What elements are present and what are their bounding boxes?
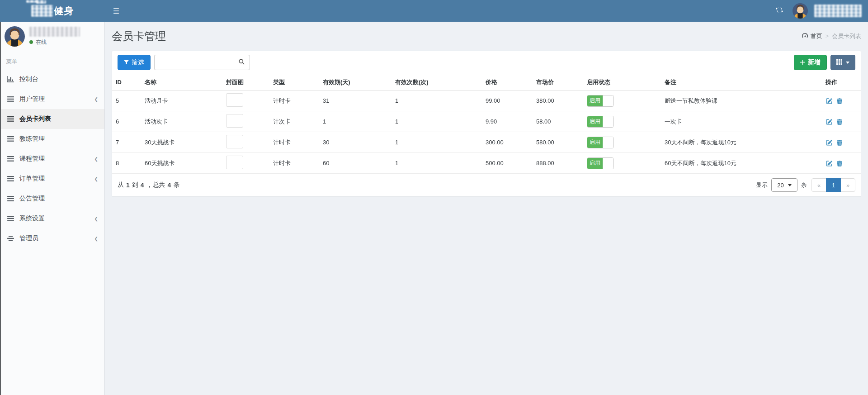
status-toggle[interactable]: 启用 bbox=[587, 157, 614, 169]
sidebar-item-console[interactable]: 控制台 bbox=[0, 69, 104, 89]
header-type: 类型 bbox=[269, 74, 319, 90]
sidebar-item-coach-management[interactable]: 教练管理 bbox=[0, 129, 104, 149]
add-button[interactable]: 新增 bbox=[794, 55, 827, 70]
cover-image[interactable] bbox=[226, 156, 243, 169]
cell-times: 1 bbox=[392, 90, 482, 111]
member-card-table: ID 名称 封面图 类型 有效期(天) 有效次数(次) 价格 市场价 启用状态 … bbox=[112, 74, 861, 174]
online-status-label: 在线 bbox=[36, 38, 47, 46]
table-footer: 从 1 到 4 ，总共 4 条 显示 20 bbox=[112, 174, 861, 196]
summary-text: 从 bbox=[118, 181, 124, 189]
chevron-left-icon: ❮ bbox=[94, 157, 98, 162]
summary-text: 到 bbox=[132, 181, 138, 189]
status-toggle-label: 启用 bbox=[587, 137, 603, 148]
cell-days: 31 bbox=[319, 90, 392, 111]
sidebar-item-label: 系统设置 bbox=[19, 214, 45, 223]
plus-icon bbox=[800, 59, 805, 66]
list-icon bbox=[6, 136, 14, 142]
user-avatar[interactable] bbox=[793, 3, 808, 19]
search-input[interactable] bbox=[154, 55, 233, 70]
table-grid-icon bbox=[836, 59, 842, 66]
toggle-knob bbox=[603, 95, 613, 106]
summary-text: 条 bbox=[173, 181, 179, 189]
sidebar-toggle-button[interactable]: ☰ bbox=[105, 0, 127, 22]
delete-button[interactable] bbox=[835, 138, 844, 147]
status-toggle[interactable]: 启用 bbox=[587, 95, 614, 107]
sidebar-item-member-card-list[interactable]: 会员卡列表 bbox=[0, 109, 104, 129]
header-days: 有效期(天) bbox=[319, 74, 392, 90]
header-price: 价格 bbox=[482, 74, 533, 90]
status-toggle[interactable]: 启用 bbox=[587, 116, 614, 128]
page-size-select[interactable]: 20 bbox=[771, 178, 797, 192]
cell-times: 1 bbox=[392, 153, 482, 174]
sidebar-item-label: 会员卡列表 bbox=[19, 115, 51, 123]
chevron-left-icon: ❮ bbox=[94, 236, 98, 241]
sidebar-item-announcement-management[interactable]: 公告管理 bbox=[0, 189, 104, 209]
cell-market: 580.00 bbox=[533, 132, 583, 153]
table-row: 7 30天挑战卡 计时卡 30 1 300.00 580.00 启用 30天不间… bbox=[112, 132, 861, 153]
breadcrumb-home-link[interactable]: 首页 bbox=[802, 32, 822, 40]
delete-button[interactable] bbox=[835, 118, 844, 126]
chevron-left-icon: ❮ bbox=[94, 97, 98, 102]
redacted-username[interactable] bbox=[814, 5, 862, 17]
sidebar-item-user-management[interactable]: 用户管理 ❮ bbox=[0, 89, 104, 109]
cover-image[interactable] bbox=[226, 114, 243, 128]
search-group bbox=[154, 55, 250, 70]
sidebar-item-course-management[interactable]: 课程管理 ❮ bbox=[0, 149, 104, 169]
summary-total: 4 bbox=[168, 181, 171, 189]
sidebar-item-label: 课程管理 bbox=[19, 155, 45, 163]
columns-dropdown-button[interactable] bbox=[830, 55, 855, 70]
sidebar-item-label: 订单管理 bbox=[19, 175, 45, 183]
funnel-icon bbox=[124, 59, 129, 66]
filter-button[interactable]: 筛选 bbox=[118, 55, 151, 70]
list-icon bbox=[6, 116, 14, 122]
member-card-panel: 筛选 bbox=[112, 51, 861, 197]
refresh-button[interactable] bbox=[773, 0, 786, 22]
cell-remark: 赠送一节私教体验课 bbox=[661, 90, 822, 111]
sidebar-item-label: 教练管理 bbox=[19, 135, 45, 143]
toggle-knob bbox=[603, 116, 613, 127]
sidebar-menu: 控制台 用户管理 ❮ 会员卡列表 教练管理 bbox=[0, 69, 104, 248]
delete-button[interactable] bbox=[835, 159, 844, 167]
edit-button[interactable] bbox=[826, 138, 834, 147]
caret-down-icon bbox=[788, 184, 792, 186]
sidebar-item-order-management[interactable]: 订单管理 ❮ bbox=[0, 169, 104, 189]
pagination-prev[interactable]: « bbox=[811, 178, 826, 192]
cell-type: 计时卡 bbox=[269, 132, 319, 153]
header-times: 有效次数(次) bbox=[392, 74, 482, 90]
breadcrumb-home-label: 首页 bbox=[811, 32, 822, 40]
display-label: 显示 bbox=[756, 181, 768, 189]
main-content: 会员卡管理 首页 > 会员卡列表 bbox=[105, 22, 868, 395]
redacted-sidebar-username bbox=[29, 27, 80, 37]
cell-name: 30天挑战卡 bbox=[141, 132, 222, 153]
cell-market: 888.00 bbox=[533, 153, 583, 174]
sidebar-item-system-settings[interactable]: 系统设置 ❮ bbox=[0, 209, 104, 228]
cell-days: 30 bbox=[319, 132, 392, 153]
pagination-next[interactable]: » bbox=[840, 178, 855, 192]
brand-logo[interactable]: 健身 bbox=[0, 0, 105, 22]
delete-button[interactable] bbox=[835, 97, 844, 105]
pagination-page-1[interactable]: 1 bbox=[826, 178, 841, 192]
online-status: 在线 bbox=[29, 38, 80, 46]
bar-chart-icon bbox=[6, 76, 14, 82]
table-row: 5 活动月卡 计时卡 31 1 99.00 380.00 启用 赠送一节私教体验… bbox=[112, 90, 861, 111]
edit-button[interactable] bbox=[826, 97, 834, 105]
cell-price: 99.00 bbox=[482, 90, 533, 111]
breadcrumb-current: 会员卡列表 bbox=[832, 32, 861, 40]
nested-list-icon bbox=[6, 236, 14, 241]
header-status: 启用状态 bbox=[583, 74, 661, 90]
breadcrumb: 首页 > 会员卡列表 bbox=[802, 32, 861, 40]
cover-image[interactable] bbox=[226, 93, 243, 107]
edit-button[interactable] bbox=[826, 118, 834, 126]
search-button[interactable] bbox=[233, 55, 250, 70]
cell-remark: 一次卡 bbox=[661, 111, 822, 132]
sidebar-item-administrator[interactable]: 管理员 ❮ bbox=[0, 228, 104, 248]
cell-id: 6 bbox=[112, 111, 141, 132]
edit-button[interactable] bbox=[826, 159, 834, 167]
size-unit-label: 条 bbox=[801, 181, 807, 189]
status-toggle[interactable]: 启用 bbox=[587, 137, 614, 148]
sidebar-item-label: 公告管理 bbox=[19, 195, 45, 203]
list-icon bbox=[6, 156, 14, 162]
cell-id: 8 bbox=[112, 153, 141, 174]
cover-image[interactable] bbox=[226, 135, 243, 148]
table-toolbar: 筛选 bbox=[112, 51, 861, 74]
